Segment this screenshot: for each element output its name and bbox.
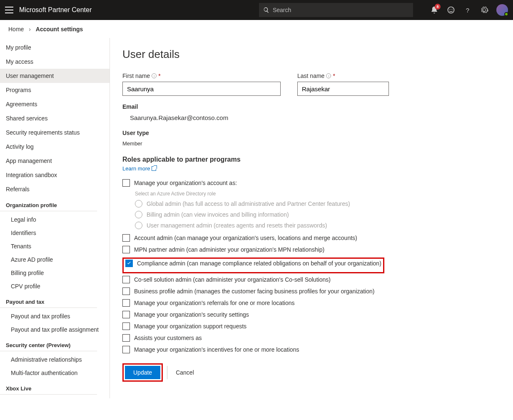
topbar: Microsoft Partner Center 8 ? [0,0,513,20]
user-type-value: Member [122,140,501,147]
presence-indicator [504,12,508,16]
sidebar-heading: Organization profile [0,196,97,211]
first-name-label: First name i * [122,72,281,79]
azure-role-radio[interactable] [135,200,142,208]
breadcrumb-home[interactable]: Home [8,26,24,32]
sidebar-subitem[interactable]: Billing profile [0,266,110,280]
role-checkbox[interactable] [122,311,130,318]
role-checkbox[interactable] [125,260,133,267]
manage-as-checkbox[interactable] [122,179,130,187]
sidebar-item[interactable]: App management [0,154,110,168]
breadcrumb: Home › Account settings [0,20,513,38]
search-box[interactable] [259,3,413,17]
notifications-icon[interactable]: 8 [430,5,439,15]
azure-role-label: Billing admin (can view invoices and bil… [147,211,289,218]
role-label: Assists your customers as [134,335,202,341]
hamburger-menu-icon[interactable] [5,7,13,13]
azure-role-hint: Select an Azure Active Directory role [135,191,501,197]
update-highlight: Update [122,363,163,382]
sidebar-subitem[interactable]: Legal info [0,213,110,226]
role-checkbox[interactable] [122,299,130,307]
learn-more-link[interactable]: Learn more [122,165,156,172]
roles-heading: Roles applicable to partner programs [122,156,501,163]
sidebar-item[interactable]: Security requirements status [0,125,110,140]
role-label: Account admin (can manage your organizat… [134,235,357,241]
svg-point-1 [450,9,451,10]
chevron-right-icon: › [29,26,31,32]
role-label: Manage your organization's incentives fo… [134,346,299,353]
sidebar-item[interactable]: Referrals [0,182,110,196]
content: User details First name i * Last name i … [110,38,513,398]
settings-icon[interactable] [480,5,489,15]
role-label: MPN partner admin (can administer your o… [134,246,324,253]
sidebar-item[interactable]: Programs [0,83,110,97]
update-button[interactable]: Update [125,366,160,379]
azure-role-label: User management admin (creates agents an… [147,222,327,229]
sidebar-item[interactable]: Agreements [0,97,110,111]
azure-role-radios: Select an Azure Active Directory role Gl… [135,191,501,229]
svg-text:?: ? [466,7,469,14]
role-label: Business profile admin (manages the cust… [134,288,374,295]
azure-role-label: Global admin (has full access to all adm… [147,200,350,207]
sidebar-item[interactable]: User management [0,69,110,83]
avatar[interactable] [496,4,508,16]
sidebar-subitem[interactable]: Multi-factor authentication [0,366,110,380]
role-label: Co-sell solution admin (can administer y… [134,276,331,283]
role-checkbox[interactable] [122,276,130,283]
sidebar-heading: Xbox Live [0,380,97,395]
role-label: Compliance admin (can manage compliance … [137,260,381,267]
brand-title: Microsoft Partner Center [19,6,92,14]
sidebar: My profileMy accessUser managementProgra… [0,38,110,398]
azure-role-radio[interactable] [135,222,142,229]
email-label: Email [122,103,501,110]
info-icon[interactable]: i [326,73,331,78]
role-label: Manage your organization's security sett… [134,311,249,318]
external-link-icon [152,166,156,171]
cancel-button[interactable]: Cancel [167,366,202,379]
role-checkbox[interactable] [122,346,130,353]
breadcrumb-current: Account settings [36,26,83,32]
notification-badge: 8 [435,4,441,10]
sidebar-heading: Payout and tax [0,293,97,308]
sidebar-heading: Security center (Preview) [0,336,97,351]
sidebar-item[interactable]: My access [0,55,110,69]
compliance-highlight: Compliance admin (can manage compliance … [122,258,384,273]
sidebar-item[interactable]: Integration sandbox [0,168,110,182]
user-type-label: User type [122,130,501,136]
role-checkbox[interactable] [122,322,130,330]
azure-role-radio[interactable] [135,211,142,218]
sidebar-subitem[interactable]: CPV profile [0,280,110,293]
sidebar-subitem[interactable]: Payout and tax profiles [0,310,110,323]
search-icon [263,7,269,13]
sidebar-subitem[interactable]: Payout and tax profile assignment [0,323,110,336]
svg-point-0 [448,7,454,13]
sidebar-subitem[interactable]: Azure AD profile [0,253,110,266]
role-checkbox[interactable] [122,334,130,342]
help-icon[interactable]: ? [463,5,472,15]
search-input[interactable] [273,7,409,13]
sidebar-item[interactable]: Shared services [0,111,110,125]
role-label: Manage your organization support request… [134,323,247,330]
sidebar-subitem[interactable]: Tenants [0,240,110,253]
email-value: Saarunya.Rajasekar@contoso.com [130,114,501,121]
page-title: User details [122,48,501,61]
first-name-input[interactable] [122,82,281,96]
svg-point-2 [452,9,453,10]
feedback-icon[interactable] [446,5,456,15]
manage-as-label: Manage your organization's account as: [134,180,237,186]
role-label: Manage your organization's referrals for… [134,300,295,306]
info-icon[interactable]: i [152,73,157,78]
topbar-actions: 8 ? [430,4,508,16]
last-name-input[interactable] [297,82,389,96]
sidebar-item[interactable]: My profile [0,40,110,55]
sidebar-subitem[interactable]: Administrative relationships [0,353,110,366]
sidebar-subitem[interactable]: Identifiers [0,226,110,240]
role-checkbox[interactable] [122,246,130,253]
role-checkbox[interactable] [122,288,130,295]
role-checkbox[interactable] [122,234,130,242]
last-name-label: Last name i * [297,72,389,79]
sidebar-item[interactable]: Activity log [0,140,110,154]
